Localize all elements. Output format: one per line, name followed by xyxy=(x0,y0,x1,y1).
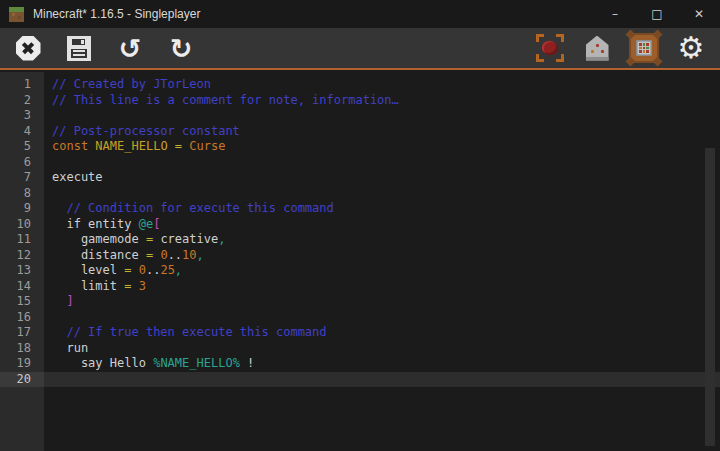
redo-button[interactable]: ↻ xyxy=(166,33,196,63)
editor-row[interactable]: 2// This line is a comment for note, inf… xyxy=(0,93,720,109)
crafting-frame-icon xyxy=(629,33,659,63)
maximize-button[interactable]: □ xyxy=(636,0,678,28)
toolbar-right-group: ⚙ xyxy=(535,33,720,63)
editor-row[interactable]: 15 ] xyxy=(0,294,720,310)
line-number: 2 xyxy=(0,93,44,109)
editor-row[interactable]: 8 xyxy=(0,186,720,202)
code-line: execute xyxy=(44,170,720,186)
editor-row[interactable]: 9 // Condition for execute this command xyxy=(0,201,720,217)
line-number: 4 xyxy=(0,124,44,140)
line-number: 8 xyxy=(0,186,44,202)
code-line: level = 0..25, xyxy=(44,263,720,279)
crafting-frame-button[interactable] xyxy=(629,33,659,63)
code-line: const NAME_HELLO = Curse xyxy=(44,139,720,155)
code-line: gamemode = creative, xyxy=(44,232,720,248)
line-number: 19 xyxy=(0,356,44,372)
minimize-button[interactable]: – xyxy=(594,0,636,28)
line-number: 12 xyxy=(0,248,44,264)
line-number: 9 xyxy=(0,201,44,217)
line-number: 3 xyxy=(0,108,44,124)
window-controls: – □ ✕ xyxy=(594,0,720,28)
code-line: // Condition for execute this command xyxy=(44,201,720,217)
line-number: 13 xyxy=(0,263,44,279)
toolbar: ↺ ↻ xyxy=(0,28,720,70)
editor-row[interactable]: 16 xyxy=(0,310,720,326)
undo-icon: ↺ xyxy=(119,35,142,62)
line-number: 20 xyxy=(0,372,44,388)
editor-row[interactable]: 4// Post-processor constant xyxy=(0,124,720,140)
code-line: say Hello %NAME_HELLO% ! xyxy=(44,356,720,372)
vertical-scrollbar[interactable] xyxy=(705,148,715,446)
line-number: 14 xyxy=(0,279,44,295)
code-line xyxy=(44,372,720,388)
minecraft-grass-block-icon xyxy=(9,7,24,22)
editor-row[interactable]: 19 say Hello %NAME_HELLO% ! xyxy=(0,356,720,372)
editor-row[interactable]: 7execute xyxy=(0,170,720,186)
editor-row[interactable]: 17 // If true then execute this command xyxy=(0,325,720,341)
gear-icon: ⚙ xyxy=(678,33,705,63)
line-number: 17 xyxy=(0,325,44,341)
structure-button[interactable] xyxy=(582,33,612,63)
editor-row[interactable]: 20 xyxy=(0,372,720,388)
line-number: 1 xyxy=(0,77,44,93)
line-number: 5 xyxy=(0,139,44,155)
line-number: 11 xyxy=(0,232,44,248)
close-button[interactable]: ✕ xyxy=(678,0,720,28)
editor-rows: 1// Created by JTorLeon2// This line is … xyxy=(0,77,720,387)
floppy-disk-icon xyxy=(67,36,91,61)
code-line: // If true then execute this command xyxy=(44,325,720,341)
editor-row[interactable]: 10 if entity @e[ xyxy=(0,217,720,233)
editor-row[interactable]: 5const NAME_HELLO = Curse xyxy=(0,139,720,155)
redo-icon: ↻ xyxy=(170,35,193,62)
stop-button[interactable] xyxy=(13,33,43,63)
line-number: 15 xyxy=(0,294,44,310)
code-line: // Post-processor constant xyxy=(44,124,720,140)
code-line xyxy=(44,108,720,124)
app-window: Minecraft* 1.16.5 - Singleplayer – □ ✕ ↺… xyxy=(0,0,720,451)
line-number: 7 xyxy=(0,170,44,186)
redstone-target-button[interactable] xyxy=(535,33,565,63)
line-number: 6 xyxy=(0,155,44,171)
settings-button[interactable]: ⚙ xyxy=(676,33,706,63)
title-bar: Minecraft* 1.16.5 - Singleplayer – □ ✕ xyxy=(0,0,720,28)
editor-row[interactable]: 18 run xyxy=(0,341,720,357)
line-number: 18 xyxy=(0,341,44,357)
toolbar-left-group: ↺ ↻ xyxy=(0,33,196,63)
line-number: 10 xyxy=(0,217,44,233)
code-line: if entity @e[ xyxy=(44,217,720,233)
code-line: limit = 3 xyxy=(44,279,720,295)
code-editor[interactable]: 1// Created by JTorLeon2// This line is … xyxy=(0,72,720,451)
redstone-target-icon xyxy=(536,34,564,62)
line-number: 16 xyxy=(0,310,44,326)
code-line xyxy=(44,155,720,171)
code-line xyxy=(44,310,720,326)
stop-octagon-x-icon xyxy=(16,36,41,61)
code-line: // Created by JTorLeon xyxy=(44,77,720,93)
editor-row[interactable]: 14 limit = 3 xyxy=(0,279,720,295)
code-line: distance = 0..10, xyxy=(44,248,720,264)
house-structure-icon xyxy=(586,36,609,61)
window-title: Minecraft* 1.16.5 - Singleplayer xyxy=(33,7,200,21)
editor-row[interactable]: 13 level = 0..25, xyxy=(0,263,720,279)
editor-row[interactable]: 11 gamemode = creative, xyxy=(0,232,720,248)
save-button[interactable] xyxy=(64,33,94,63)
editor-row[interactable]: 3 xyxy=(0,108,720,124)
undo-button[interactable]: ↺ xyxy=(115,33,145,63)
editor-row[interactable]: 6 xyxy=(0,155,720,171)
editor-row[interactable]: 12 distance = 0..10, xyxy=(0,248,720,264)
code-line xyxy=(44,186,720,202)
editor-row[interactable]: 1// Created by JTorLeon xyxy=(0,77,720,93)
code-line: // This line is a comment for note, info… xyxy=(44,93,720,109)
code-line: ] xyxy=(44,294,720,310)
code-line: run xyxy=(44,341,720,357)
